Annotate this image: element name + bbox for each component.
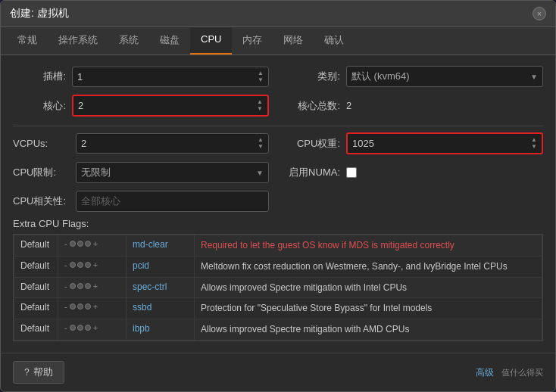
socket-input[interactable]: 1 ▲ ▼	[72, 67, 269, 87]
advanced-link[interactable]: 高级	[476, 366, 494, 379]
core-row: 核心: 2 ▲ ▼	[13, 95, 269, 117]
cpu-affinity-select[interactable]: 全部核心	[76, 191, 269, 212]
cpu-weight-spinner[interactable]: ▲ ▼	[531, 137, 537, 150]
cpu-limit-select[interactable]: 无限制 ▼	[76, 162, 269, 183]
tab-bar: 常规 操作系统 系统 磁盘 CPU 内存 网络 确认	[1, 27, 555, 55]
toggle-dots	[70, 303, 91, 310]
core-label: 核心:	[13, 99, 66, 113]
toggle-plus-icon[interactable]: +	[93, 302, 98, 311]
toggle-plus-icon[interactable]: +	[93, 260, 98, 269]
tab-system[interactable]: 系统	[108, 27, 149, 54]
core-input[interactable]: 2 ▲ ▼	[72, 95, 269, 117]
tab-os[interactable]: 操作系统	[48, 27, 108, 54]
flag-toggle-4[interactable]: - +	[58, 319, 127, 341]
tab-disk[interactable]: 磁盘	[149, 27, 190, 54]
toggle-minus-icon[interactable]: -	[64, 323, 67, 332]
table-row: Default - + ibpb Allows improved Spectre…	[14, 319, 542, 341]
help-button[interactable]: ? 帮助	[13, 361, 64, 384]
enable-numa-label: 启用NUMA:	[287, 166, 340, 179]
flag-desc-4: Allows improved Spectre mitigation with …	[195, 319, 542, 341]
category-row: 类别: 默认 (kvm64) ▼	[287, 66, 543, 87]
table-row: Default - + ssbd Protection for "Specula…	[14, 298, 542, 319]
flag-desc-2: Allows improved Spectre mitigation with …	[195, 277, 542, 298]
help-icon: ?	[24, 367, 30, 378]
socket-up-arrow[interactable]: ▲	[258, 70, 264, 76]
numa-checkbox-wrap	[346, 167, 357, 178]
flag-default-3: Default	[14, 298, 58, 319]
footer-right: 高级 值什么得买	[476, 366, 543, 379]
tab-cpu[interactable]: CPU	[190, 27, 232, 54]
core-total-label: 核心总数:	[287, 99, 340, 113]
toggle-plus-icon[interactable]: +	[93, 282, 98, 291]
tab-memory[interactable]: 内存	[232, 27, 273, 54]
category-select[interactable]: 默认 (kvm64) ▼	[346, 66, 543, 87]
dialog-title: 创建: 虚拟机	[10, 7, 69, 20]
core-down-arrow[interactable]: ▼	[257, 106, 263, 112]
cpu-weight-input[interactable]: 1025 ▲ ▼	[346, 132, 543, 154]
flag-desc-0: Required to let the guest OS know if MDS…	[195, 235, 542, 257]
cpu-weight-up-arrow[interactable]: ▲	[531, 137, 537, 143]
flag-name-4: ibpb	[127, 319, 195, 341]
flag-name-1: pcid	[127, 256, 195, 277]
toggle-minus-icon[interactable]: -	[64, 302, 67, 311]
cpu-weight-label: CPU权重:	[287, 137, 340, 151]
vcpu-input[interactable]: 2 ▲ ▼	[76, 133, 269, 154]
vcpu-label: VCPUs:	[13, 138, 70, 149]
flags-scroll-area[interactable]: Default - + md-clear Required to let the…	[14, 235, 542, 341]
socket-row: 插槽: 1 ▲ ▼	[13, 66, 269, 87]
flag-toggle-0[interactable]: - +	[58, 235, 127, 257]
flags-table: Default - + md-clear Required to let the…	[14, 235, 542, 341]
vcpu-up-arrow[interactable]: ▲	[258, 137, 264, 143]
vcpu-field-row: VCPUs: 2 ▲ ▼	[13, 132, 269, 154]
core-up-arrow[interactable]: ▲	[257, 99, 263, 105]
core-total-row: 核心总数: 2	[287, 95, 543, 117]
toggle-minus-icon[interactable]: -	[64, 239, 67, 248]
core-total-value: 2	[346, 100, 351, 111]
vcpu-spinner[interactable]: ▲ ▼	[258, 137, 264, 150]
toggle-dots	[70, 325, 91, 331]
toggle-dots	[70, 262, 91, 268]
cpu-limit-field-row: CPU限制: 无限制 ▼	[13, 162, 269, 183]
toggle-minus-icon[interactable]: -	[64, 260, 67, 269]
tab-confirm[interactable]: 确认	[314, 27, 355, 54]
category-label: 类别:	[287, 70, 340, 83]
flag-name-0: md-clear	[127, 235, 195, 257]
watermark: 值什么得买	[501, 367, 543, 378]
cpu-affinity-label: CPU相关性:	[13, 194, 70, 208]
flag-desc-3: Protection for "Speculative Store Bypass…	[195, 298, 542, 319]
socket-spinner[interactable]: ▲ ▼	[258, 70, 264, 83]
table-row: Default - + spec-ctrl Allows improved Sp…	[14, 277, 542, 298]
tab-network[interactable]: 网络	[273, 27, 314, 54]
flag-default-4: Default	[14, 319, 58, 341]
create-vm-dialog: 创建: 虚拟机 × 常规 操作系统 系统 磁盘 CPU 内存 网络 确认 插槽:…	[0, 0, 556, 392]
toggle-plus-icon[interactable]: +	[93, 323, 98, 332]
tab-content: 插槽: 1 ▲ ▼ 类别: 默认 (kvm64) ▼ 核心:	[1, 55, 555, 353]
table-row: Default - + pcid Meltdown fix cost reduc…	[14, 256, 542, 277]
flag-desc-1: Meltdown fix cost reduction on Westmere,…	[195, 256, 542, 277]
flag-toggle-1[interactable]: - +	[58, 256, 127, 277]
socket-down-arrow[interactable]: ▼	[258, 77, 264, 83]
flag-toggle-3[interactable]: - +	[58, 298, 127, 319]
cpu-limit-arrow-icon: ▼	[256, 169, 264, 177]
divider1	[13, 126, 543, 126]
toggle-plus-icon[interactable]: +	[93, 239, 98, 248]
flag-default-1: Default	[14, 256, 58, 277]
extra-cpu-flags-label: Extra CPU Flags:	[13, 218, 543, 229]
cpu-affinity-field-row: CPU相关性: 全部核心	[13, 191, 269, 212]
cpu-weight-down-arrow[interactable]: ▼	[531, 144, 537, 150]
numa-field-row: 启用NUMA:	[287, 162, 543, 183]
flag-name-2: spec-ctrl	[127, 277, 195, 298]
dialog-titlebar: 创建: 虚拟机 ×	[1, 1, 555, 27]
close-button[interactable]: ×	[533, 7, 546, 20]
core-spinner[interactable]: ▲ ▼	[257, 99, 263, 112]
vcpu-row: VCPUs: 2 ▲ ▼ CPU权重: 1025 ▲ ▼	[13, 132, 543, 212]
flag-toggle-2[interactable]: - +	[58, 277, 127, 298]
numa-checkbox[interactable]	[346, 167, 357, 178]
cpu-limit-label: CPU限制:	[13, 166, 70, 179]
vcpu-down-arrow[interactable]: ▼	[258, 144, 264, 150]
socket-label: 插槽:	[13, 70, 66, 83]
flag-default-2: Default	[14, 277, 58, 298]
toggle-minus-icon[interactable]: -	[64, 282, 67, 291]
tab-general[interactable]: 常规	[7, 27, 48, 54]
category-arrow-icon: ▼	[530, 73, 538, 81]
